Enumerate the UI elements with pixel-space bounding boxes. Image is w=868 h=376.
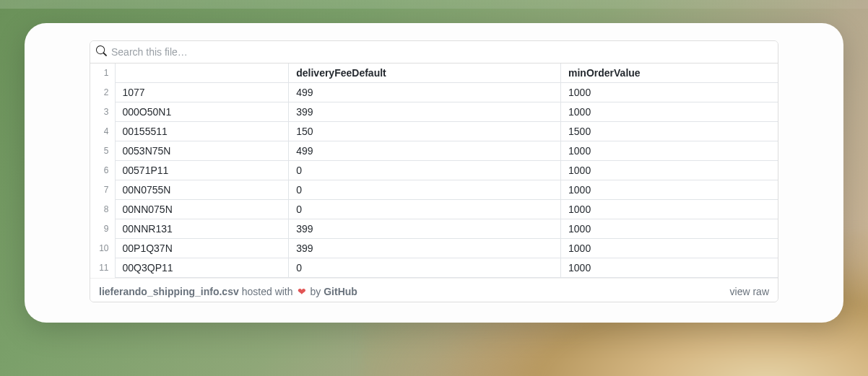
line-number: 3 (90, 102, 115, 122)
line-number: 1 (90, 64, 115, 83)
table-row: 50053N75N4991000 (90, 141, 778, 161)
search-input[interactable] (107, 43, 772, 61)
table-cell: 499 (289, 83, 561, 102)
table-cell: 1500 (561, 122, 778, 141)
line-number: 9 (90, 219, 115, 239)
gist-card: 1deliveryFeeDefaultminOrderValue21077499… (25, 23, 843, 323)
filename-link[interactable]: lieferando_shipping_info.csv (99, 286, 239, 297)
table-cell: 00NN075N (115, 200, 289, 219)
table-cell: 399 (289, 102, 561, 122)
gist-meta: lieferando_shipping_info.csv hosted with… (90, 278, 778, 302)
table-cell: 1077 (115, 83, 289, 102)
line-number: 6 (90, 161, 115, 180)
table-cell: 0 (289, 180, 561, 200)
table-cell: 00571P11 (115, 161, 289, 180)
line-number: 10 (90, 239, 115, 258)
table-row: 1100Q3QP1101000 (90, 258, 778, 278)
table-cell: 0 (289, 200, 561, 219)
table-cell: 150 (289, 122, 561, 141)
table-cell: 1000 (561, 161, 778, 180)
column-header: minOrderValue (561, 64, 778, 83)
table-cell: 1000 (561, 200, 778, 219)
table-row: 1000P1Q37N3991000 (90, 239, 778, 258)
gist-container: 1deliveryFeeDefaultminOrderValue21077499… (90, 40, 778, 302)
table-cell: 1000 (561, 141, 778, 161)
table-cell: 0053N75N (115, 141, 289, 161)
table-row: 4001555111501500 (90, 122, 778, 141)
heart-icon: ❤ (296, 287, 308, 297)
table-cell: 1000 (561, 180, 778, 200)
table-cell: 00155511 (115, 122, 289, 141)
by-label: by (311, 286, 321, 297)
table-row: 700N0755N01000 (90, 180, 778, 200)
table-cell: 00Q3QP11 (115, 258, 289, 278)
line-number: 2 (90, 83, 115, 102)
line-number: 4 (90, 122, 115, 141)
table-header-row: 1deliveryFeeDefaultminOrderValue (90, 64, 778, 83)
table-cell: 1000 (561, 219, 778, 239)
table-row: 3000O50N13991000 (90, 102, 778, 122)
line-number: 5 (90, 141, 115, 161)
table-row: 800NN075N01000 (90, 200, 778, 219)
table-cell: 00N0755N (115, 180, 289, 200)
search-icon (96, 45, 107, 59)
table-cell: 399 (289, 239, 561, 258)
table-scroll[interactable]: 1deliveryFeeDefaultminOrderValue21077499… (90, 64, 778, 278)
table-cell: 399 (289, 219, 561, 239)
table-cell: 499 (289, 141, 561, 161)
table-cell: 1000 (561, 239, 778, 258)
view-raw-link[interactable]: view raw (730, 286, 769, 297)
table-row: 900NNR1313991000 (90, 219, 778, 239)
table-cell: 000O50N1 (115, 102, 289, 122)
search-bar (90, 41, 778, 64)
byline: by GitHub (311, 286, 357, 297)
hosted-with-label: hosted with (242, 286, 293, 297)
csv-table: 1deliveryFeeDefaultminOrderValue21077499… (90, 64, 778, 278)
line-number: 11 (90, 258, 115, 278)
gist-meta-left: lieferando_shipping_info.csv hosted with… (99, 286, 357, 297)
line-number: 7 (90, 180, 115, 200)
line-number: 8 (90, 200, 115, 219)
column-header: deliveryFeeDefault (289, 64, 561, 83)
provider-link[interactable]: GitHub (324, 286, 357, 297)
table-cell: 00P1Q37N (115, 239, 289, 258)
table-cell: 0 (289, 161, 561, 180)
table-cell: 1000 (561, 258, 778, 278)
table-cell: 0 (289, 258, 561, 278)
column-header (115, 64, 289, 83)
table-row: 210774991000 (90, 83, 778, 102)
table-row: 600571P1101000 (90, 161, 778, 180)
table-cell: 1000 (561, 102, 778, 122)
table-cell: 1000 (561, 83, 778, 102)
table-cell: 00NNR131 (115, 219, 289, 239)
